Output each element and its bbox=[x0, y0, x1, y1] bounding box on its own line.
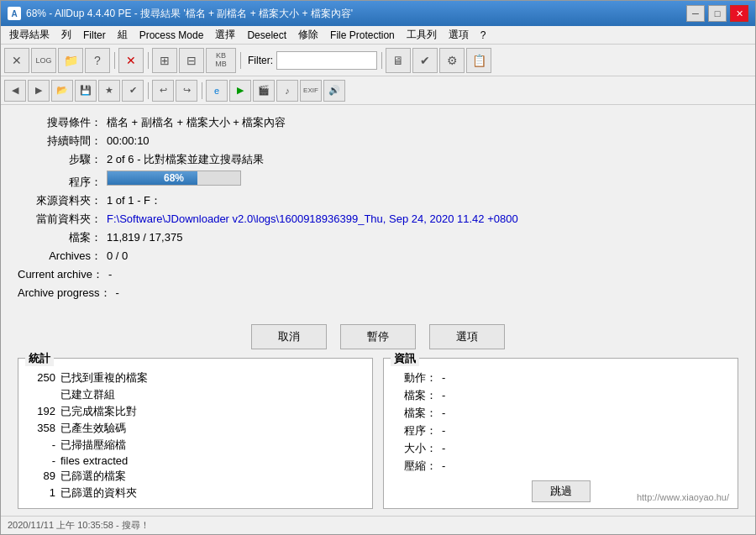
toolbar-row-2: ◀ ▶ 📂 💾 ★ ✔ ↩ ↪ e ▶ 🎬 ♪ EXIF 🔊 bbox=[1, 76, 755, 105]
tb2-play-btn[interactable]: ▶ bbox=[229, 80, 251, 102]
menu-options[interactable]: 選項 bbox=[444, 26, 474, 44]
tb2-exif-btn[interactable]: EXIF bbox=[300, 80, 322, 102]
info-detail-label-2: 檔案： bbox=[391, 406, 437, 421]
toolbar-row-1: ✕ LOG 📁 ? ✕ ⊞ ⊟ KBMB Filter: 🖥 ✔ ⚙ 📋 bbox=[1, 45, 755, 76]
tb-sep-3 bbox=[238, 48, 243, 73]
status-bar: 2020/11/11 上午 10:35:58 - 搜尋！ bbox=[1, 516, 755, 534]
tb2-redo-btn[interactable]: ↪ bbox=[176, 80, 197, 102]
stat-row-6: 89 已篩選的檔案 bbox=[25, 469, 365, 484]
tb-cancel-x-btn[interactable]: ✕ bbox=[118, 48, 144, 73]
menu-remove[interactable]: 修除 bbox=[293, 26, 323, 44]
menu-process-mode[interactable]: Process Mode bbox=[134, 28, 209, 43]
minimize-button[interactable]: ─ bbox=[686, 5, 705, 22]
stat-num-5: - bbox=[25, 454, 55, 467]
tb2-check-btn[interactable]: ✔ bbox=[122, 80, 144, 102]
current-folder-label: 當前資料夾： bbox=[18, 212, 102, 227]
options-button[interactable]: 選項 bbox=[429, 324, 505, 349]
source-folder-label: 來源資料夾： bbox=[18, 193, 102, 208]
stat-row-7: 1 已篩選的資料夾 bbox=[25, 485, 365, 501]
info-detail-label-1: 檔案： bbox=[391, 388, 437, 403]
info-detail-label-3: 程序： bbox=[391, 423, 437, 438]
progress-text: 68% bbox=[108, 171, 240, 185]
info-detail-value-2: - bbox=[442, 406, 445, 419]
menu-search-results[interactable]: 搜尋結果 bbox=[4, 26, 55, 44]
current-archive-label: Current archive： bbox=[18, 267, 103, 282]
info-title: 資訊 bbox=[391, 351, 419, 366]
maximize-button[interactable]: □ bbox=[708, 5, 727, 22]
tb-icon3[interactable]: ⚙ bbox=[439, 48, 465, 73]
tb2-save-btn[interactable]: 💾 bbox=[75, 80, 97, 102]
archives-row: Archives： 0 / 0 bbox=[18, 249, 738, 264]
tb-icon4[interactable]: 📋 bbox=[466, 48, 491, 73]
info-detail-rows: 動作： - 檔案： - 檔案： - 程序： - bbox=[391, 370, 731, 474]
stat-row-4: - 已掃描壓縮檔 bbox=[25, 438, 365, 453]
search-criteria-row: 搜尋條件： 檔名 + 副檔名 + 檔案大小 + 檔案內容 bbox=[18, 115, 738, 130]
menu-help[interactable]: ? bbox=[475, 28, 491, 43]
tb2-folder2-btn[interactable]: 📂 bbox=[51, 80, 73, 102]
menu-deselect[interactable]: Deselect bbox=[242, 28, 291, 43]
info-detail-row-1: 檔案： - bbox=[391, 388, 731, 403]
stat-num-7: 1 bbox=[25, 486, 55, 499]
tb-question-btn[interactable]: ? bbox=[85, 48, 110, 73]
stat-label-0: 已找到重複的檔案 bbox=[60, 370, 148, 386]
tb2-film-btn[interactable]: 🎬 bbox=[253, 80, 275, 102]
info-detail-value-0: - bbox=[442, 371, 445, 384]
tb2-undo-btn[interactable]: ↩ bbox=[152, 80, 174, 102]
menu-filter[interactable]: Filter bbox=[78, 28, 111, 43]
files-label: 檔案： bbox=[18, 230, 102, 245]
stat-row-5: - files extracted bbox=[25, 454, 365, 467]
archive-progress-label: Archive progress： bbox=[18, 286, 111, 301]
tb2-music-btn[interactable]: ♪ bbox=[276, 80, 298, 102]
stat-num-3: 358 bbox=[25, 422, 55, 434]
watermark-text: http://www.xiaoyao.hu/ bbox=[637, 492, 729, 502]
source-folder-value: 1 of 1 - F： bbox=[107, 193, 161, 208]
tb-icon2[interactable]: ✔ bbox=[412, 48, 438, 73]
tb-sep-2 bbox=[145, 48, 150, 73]
tb-icon1[interactable]: 🖥 bbox=[386, 48, 411, 73]
archive-progress-value: - bbox=[116, 286, 119, 299]
skip-button[interactable]: 跳過 bbox=[532, 480, 591, 502]
tb2-fwd-btn[interactable]: ▶ bbox=[28, 80, 50, 102]
info-detail-row-5: 壓縮： - bbox=[391, 459, 731, 474]
info-detail-row-3: 程序： - bbox=[391, 423, 731, 438]
progress-bar-outer: 68% bbox=[107, 170, 241, 186]
tb-close-btn[interactable]: ✕ bbox=[4, 48, 29, 73]
duration-row: 持續時間： 00:00:10 bbox=[18, 134, 738, 149]
menu-select[interactable]: 選擇 bbox=[210, 26, 240, 44]
filter-input[interactable] bbox=[276, 51, 377, 70]
stat-label-4: 已掃描壓縮檔 bbox=[60, 438, 126, 453]
title-buttons: ─ □ ✕ bbox=[686, 5, 748, 22]
archives-value: 0 / 0 bbox=[107, 249, 128, 262]
stats-box: 統計 250 已找到重複的檔案 已建立群組 192 已完成檔案比對 bbox=[18, 358, 373, 509]
step-label: 步驟： bbox=[18, 152, 102, 167]
tb-log-btn[interactable]: LOG bbox=[31, 48, 56, 73]
menu-toolbar[interactable]: 工具列 bbox=[402, 26, 442, 44]
app-icon: A bbox=[8, 7, 21, 20]
close-button[interactable]: ✕ bbox=[730, 5, 748, 22]
stats-rows: 250 已找到重複的檔案 已建立群組 192 已完成檔案比對 358 已產生效驗… bbox=[25, 370, 365, 501]
files-row: 檔案： 11,819 / 17,375 bbox=[18, 230, 738, 245]
info-detail-row-0: 動作： - bbox=[391, 370, 731, 386]
pause-button[interactable]: 暫停 bbox=[340, 324, 416, 349]
info-detail-row-2: 檔案： - bbox=[391, 406, 731, 421]
watermark-area: http://www.xiaoyao.hu/ bbox=[637, 491, 729, 503]
menu-file-protection[interactable]: File Protection bbox=[325, 28, 400, 43]
stat-row-3: 358 已產生效驗碼 bbox=[25, 421, 365, 436]
tb-kbmb-btn[interactable]: KBMB bbox=[206, 48, 236, 73]
files-value: 11,819 / 17,375 bbox=[107, 231, 182, 244]
tb2-ie-btn[interactable]: e bbox=[206, 80, 228, 102]
stats-title: 統計 bbox=[25, 351, 54, 366]
menu-list[interactable]: 列 bbox=[56, 26, 76, 44]
stat-label-5: files extracted bbox=[60, 454, 128, 467]
main-content: 搜尋條件： 檔名 + 副檔名 + 檔案大小 + 檔案內容 持續時間： 00:00… bbox=[1, 105, 755, 516]
tb-folder-btn[interactable]: 📁 bbox=[58, 48, 83, 73]
menu-group[interactable]: 組 bbox=[113, 26, 133, 44]
menu-bar: 搜尋結果 列 Filter 組 Process Mode 選擇 Deselect… bbox=[1, 26, 755, 45]
tb2-sound-btn[interactable]: 🔊 bbox=[323, 80, 345, 102]
tb2-back-btn[interactable]: ◀ bbox=[4, 80, 26, 102]
cancel-button[interactable]: 取消 bbox=[251, 324, 327, 349]
tb2-star-btn[interactable]: ★ bbox=[98, 80, 120, 102]
stat-num-2: 192 bbox=[25, 405, 55, 417]
tb-grid2-btn[interactable]: ⊟ bbox=[179, 48, 204, 73]
tb-grid1-btn[interactable]: ⊞ bbox=[152, 48, 177, 73]
